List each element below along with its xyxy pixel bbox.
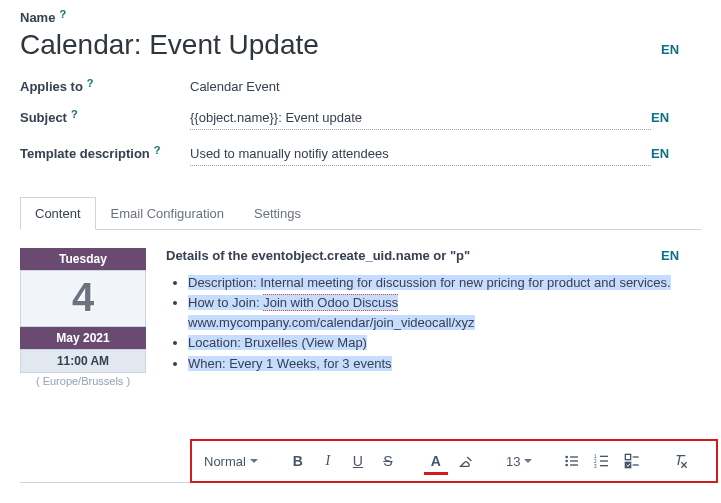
underline-button[interactable]: U: [344, 447, 372, 475]
calendar-weekday: Tuesday: [20, 248, 146, 270]
lang-badge[interactable]: EN: [661, 248, 701, 263]
tab-content[interactable]: Content: [20, 197, 96, 230]
help-icon[interactable]: ?: [71, 108, 78, 120]
applies-to-label: Applies to?: [20, 79, 190, 94]
detail-how-label: How to Join:: [188, 295, 263, 310]
help-icon[interactable]: ?: [87, 77, 94, 89]
name-label: Name?: [20, 10, 66, 25]
strike-button[interactable]: S: [374, 447, 402, 475]
svg-rect-7: [600, 456, 608, 457]
applies-to-value[interactable]: Calendar Event: [190, 79, 651, 94]
template-title[interactable]: Calendar: Event Update: [20, 29, 319, 61]
tab-bar: Content Email Configuration Settings: [20, 196, 701, 230]
lang-badge[interactable]: EN: [651, 110, 691, 125]
svg-rect-12: [626, 454, 631, 459]
detail-desc-body: Internal meeting for discussion for new …: [260, 275, 670, 290]
editor-toolbar: Normal B I U S A 13: [190, 439, 718, 483]
font-size-select[interactable]: 13: [500, 454, 538, 469]
svg-rect-11: [600, 465, 608, 466]
svg-rect-5: [570, 464, 578, 465]
lang-badge[interactable]: EN: [651, 146, 691, 161]
details-area[interactable]: Details of the eventobject.create_uid.na…: [166, 248, 701, 374]
svg-text:3: 3: [594, 464, 597, 469]
svg-point-2: [566, 460, 569, 463]
tab-settings[interactable]: Settings: [239, 197, 316, 230]
detail-when[interactable]: When: Every 1 Weeks, for 3 events: [188, 354, 701, 374]
lang-badge[interactable]: EN: [661, 42, 701, 57]
style-select[interactable]: Normal: [198, 454, 264, 469]
calendar-time: 11:00 AM: [20, 349, 146, 373]
italic-button[interactable]: I: [314, 447, 342, 475]
calendar-preview: Tuesday 4 May 2021 11:00 AM ( Europe/Bru…: [20, 248, 146, 387]
subject-value[interactable]: {{object.name}}: Event update: [190, 110, 651, 130]
code-view-button[interactable]: [714, 447, 721, 475]
name-field-header: Name?: [20, 10, 701, 25]
calendar-timezone: ( Europe/Brussels ): [20, 373, 146, 387]
detail-location[interactable]: Location: Bruxelles (View Map): [188, 333, 701, 353]
remove-format-button[interactable]: [666, 447, 694, 475]
details-list[interactable]: Description: Internal meeting for discus…: [166, 273, 701, 374]
svg-rect-9: [600, 460, 608, 461]
subject-label: Subject?: [20, 110, 190, 125]
template-desc-label: Template description?: [20, 146, 190, 161]
chevron-down-icon: [250, 459, 258, 463]
detail-how-url[interactable]: www.mycompany.com/calendar/join_videocal…: [188, 315, 475, 330]
calendar-day: 4: [20, 270, 146, 327]
svg-rect-3: [570, 460, 578, 461]
help-icon[interactable]: ?: [154, 144, 161, 156]
text-color-button[interactable]: A: [422, 447, 450, 475]
chevron-down-icon: [524, 459, 532, 463]
detail-description[interactable]: Description: Internal meeting for discus…: [188, 273, 701, 293]
ordered-list-button[interactable]: 1 2 3: [588, 447, 616, 475]
svg-point-0: [566, 456, 569, 459]
template-desc-value[interactable]: Used to manually notifiy attendees: [190, 146, 651, 166]
unordered-list-button[interactable]: [558, 447, 586, 475]
svg-rect-1: [570, 456, 578, 457]
checklist-button[interactable]: [618, 447, 646, 475]
details-heading: Details of the eventobject.create_uid.na…: [166, 248, 470, 263]
bold-button[interactable]: B: [284, 447, 312, 475]
svg-point-4: [566, 464, 569, 467]
tab-email-config[interactable]: Email Configuration: [96, 197, 239, 230]
highlight-button[interactable]: [452, 447, 480, 475]
detail-desc-label: Description:: [188, 275, 260, 290]
detail-how-link[interactable]: Join with Odoo Discuss: [263, 294, 398, 311]
help-icon[interactable]: ?: [59, 8, 66, 20]
detail-how-to-join[interactable]: How to Join: Join with Odoo Discuss www.…: [188, 293, 701, 333]
calendar-monthyear: May 2021: [20, 327, 146, 349]
